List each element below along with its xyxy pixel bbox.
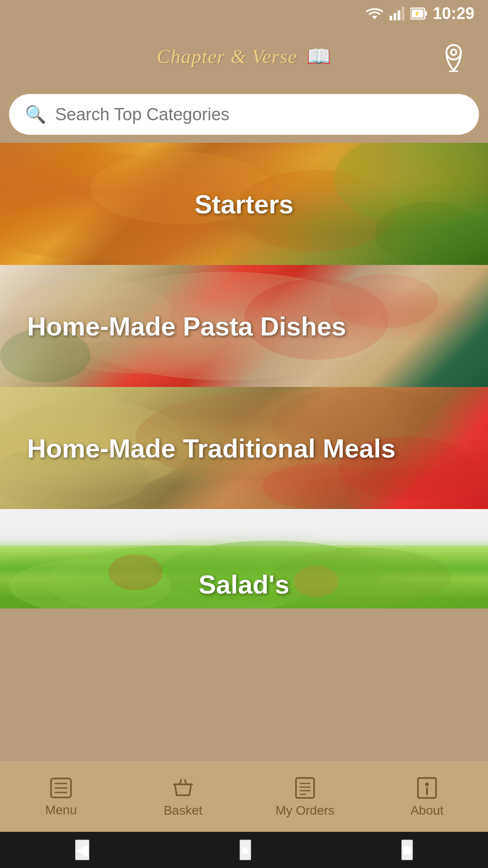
starters-label: Starters bbox=[0, 143, 488, 265]
menu-nav-label: Menu bbox=[45, 803, 77, 817]
search-input[interactable] bbox=[55, 105, 463, 124]
category-card-salad[interactable]: Salad's bbox=[0, 509, 488, 609]
svg-rect-6 bbox=[425, 11, 427, 16]
svg-rect-41 bbox=[296, 778, 314, 798]
search-icon: 🔍 bbox=[25, 104, 46, 124]
logo-book-icon: 📖 bbox=[306, 45, 331, 67]
categories-list: Starters Home-Made Pasta Dishes bbox=[0, 143, 488, 762]
category-card-pasta[interactable]: Home-Made Pasta Dishes bbox=[0, 265, 488, 387]
salad-label: Salad's bbox=[0, 509, 488, 609]
nav-item-menu[interactable]: Menu bbox=[0, 777, 122, 817]
bottom-nav: Menu Basket My Orders About bbox=[0, 762, 488, 832]
pasta-label: Home-Made Pasta Dishes bbox=[0, 265, 488, 387]
android-nav-bar: ◀ ● ■ bbox=[0, 832, 488, 868]
svg-point-47 bbox=[425, 783, 429, 786]
status-time: 10:29 bbox=[433, 4, 474, 23]
home-button[interactable]: ● bbox=[239, 840, 251, 860]
traditional-label: Home-Made Traditional Meals bbox=[0, 387, 488, 509]
category-card-traditional[interactable]: Home-Made Traditional Meals bbox=[0, 387, 488, 509]
signal-icon bbox=[389, 7, 405, 20]
menu-nav-icon bbox=[49, 777, 73, 799]
svg-text:⚡: ⚡ bbox=[414, 10, 420, 17]
wifi-icon bbox=[365, 7, 384, 20]
svg-rect-4 bbox=[402, 7, 404, 20]
search-bar: 🔍 bbox=[9, 94, 479, 135]
svg-marker-0 bbox=[372, 16, 377, 19]
category-card-starters[interactable]: Starters bbox=[0, 143, 488, 265]
svg-rect-1 bbox=[389, 16, 392, 20]
about-nav-label: About bbox=[410, 803, 443, 818]
basket-nav-icon bbox=[171, 776, 195, 800]
location-button[interactable] bbox=[437, 40, 470, 74]
orders-nav-label: My Orders bbox=[276, 803, 335, 818]
header: Chapter & Verse 📖 bbox=[0, 27, 488, 86]
svg-rect-2 bbox=[394, 13, 396, 20]
nav-item-about[interactable]: About bbox=[366, 776, 488, 818]
orders-nav-icon bbox=[293, 776, 317, 800]
about-nav-icon bbox=[415, 776, 439, 800]
recent-button[interactable]: ■ bbox=[401, 840, 413, 860]
svg-point-10 bbox=[451, 50, 456, 55]
location-icon bbox=[437, 40, 470, 72]
search-container: 🔍 bbox=[0, 86, 488, 143]
status-bar: ⚡ 10:29 bbox=[0, 0, 488, 27]
battery-icon: ⚡ bbox=[410, 7, 427, 20]
nav-item-basket[interactable]: Basket bbox=[122, 776, 244, 818]
svg-point-9 bbox=[446, 45, 461, 60]
nav-item-orders[interactable]: My Orders bbox=[244, 776, 366, 818]
basket-nav-label: Basket bbox=[164, 803, 202, 818]
logo: Chapter & Verse 📖 bbox=[157, 45, 331, 68]
status-icons: ⚡ 10:29 bbox=[365, 4, 474, 23]
back-button[interactable]: ◀ bbox=[75, 840, 89, 860]
svg-rect-3 bbox=[398, 10, 400, 20]
logo-text: Chapter & Verse bbox=[157, 46, 303, 68]
